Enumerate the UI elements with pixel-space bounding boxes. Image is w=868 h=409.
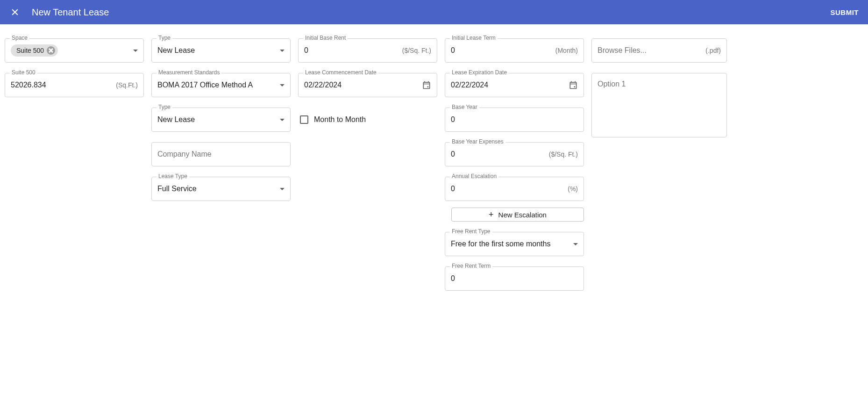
month-to-month-checkbox[interactable] bbox=[300, 115, 308, 124]
space-select[interactable]: Space Suite 500 bbox=[5, 38, 144, 63]
calendar-icon bbox=[422, 80, 431, 90]
suite-size-input[interactable]: Suite 500 52026.834 (Sq.Ft.) bbox=[5, 73, 144, 97]
column-4: Initial Lease Term 0 (Month) Lease Expir… bbox=[445, 38, 584, 291]
column-5: Browse Files... (.pdf) Option 1 bbox=[591, 38, 727, 291]
field-value: 52026.834 bbox=[11, 81, 112, 89]
field-value: New Lease bbox=[157, 115, 276, 124]
chevron-down-icon bbox=[573, 243, 578, 245]
initial-lease-term-input[interactable]: Initial Lease Term 0 (Month) bbox=[445, 38, 584, 63]
type-select-2[interactable]: Type New Lease bbox=[151, 108, 291, 132]
column-1: Space Suite 500 Suite 500 52026.834 (Sq.… bbox=[5, 38, 144, 291]
column-3: Initial Base Rent 0 ($/Sq. Ft.) Lease Co… bbox=[298, 38, 437, 291]
button-label: New Escalation bbox=[498, 211, 547, 219]
checkbox-label: Month to Month bbox=[314, 115, 366, 124]
submit-button[interactable]: SUBMIT bbox=[831, 8, 859, 16]
field-value: Free for the first some months bbox=[451, 240, 569, 248]
new-escalation-button[interactable]: + New Escalation bbox=[451, 208, 584, 222]
field-value: 02/22/2024 bbox=[304, 81, 422, 89]
field-value: 0 bbox=[304, 46, 398, 55]
chevron-down-icon bbox=[280, 188, 285, 190]
field-suffix: ($/Sq. Ft.) bbox=[402, 47, 431, 54]
field-value: 0 bbox=[451, 115, 578, 124]
field-value: 0 bbox=[451, 46, 552, 55]
field-suffix: (%) bbox=[568, 185, 578, 193]
browse-files-button[interactable]: Browse Files... (.pdf) bbox=[591, 38, 727, 63]
header-bar: New Tenant Lease SUBMIT bbox=[0, 0, 868, 24]
initial-base-rent-input[interactable]: Initial Base Rent 0 ($/Sq. Ft.) bbox=[298, 38, 437, 63]
chevron-down-icon bbox=[280, 119, 285, 121]
field-value: 0 bbox=[451, 150, 545, 158]
field-label: Type bbox=[157, 35, 172, 41]
browse-label: Browse Files... bbox=[598, 46, 702, 55]
free-rent-type-select[interactable]: Free Rent Type Free for the first some m… bbox=[445, 232, 584, 256]
escalation-group: Annual Escalation 0 (%) + New Escalation bbox=[445, 177, 584, 222]
chevron-down-icon bbox=[280, 84, 285, 86]
field-label: Free Rent Type bbox=[450, 228, 492, 235]
field-label: Initial Lease Term bbox=[450, 35, 498, 41]
field-value: 0 bbox=[451, 185, 564, 193]
option-textarea[interactable]: Option 1 bbox=[591, 73, 727, 137]
field-label: Initial Base Rent bbox=[303, 35, 348, 41]
field-label: Suite 500 bbox=[10, 69, 37, 76]
field-value: New Lease bbox=[157, 46, 276, 55]
chip-wrap: Suite 500 bbox=[11, 44, 129, 57]
field-label: Lease Commencement Date bbox=[303, 69, 378, 76]
measurement-standards-select[interactable]: Measurement Standards BOMA 2017 Office M… bbox=[151, 73, 291, 97]
calendar-icon bbox=[569, 80, 578, 90]
chip-label: Suite 500 bbox=[16, 47, 44, 54]
month-to-month-checkbox-row: Month to Month bbox=[298, 108, 437, 132]
field-value: 0 bbox=[451, 274, 578, 283]
chevron-down-icon bbox=[280, 50, 285, 52]
base-year-expenses-input[interactable]: Base Year Expenses 0 ($/Sq. Ft.) bbox=[445, 142, 584, 166]
type-select-1[interactable]: Type New Lease bbox=[151, 38, 291, 63]
field-suffix: (.pdf) bbox=[705, 47, 721, 54]
close-icon bbox=[10, 7, 20, 17]
lease-expiration-date-input[interactable]: Lease Expiration Date 02/22/2024 bbox=[445, 73, 584, 97]
field-value: BOMA 2017 Office Method A bbox=[157, 81, 276, 89]
company-name-input[interactable]: Company Name bbox=[151, 142, 291, 166]
option-placeholder: Option 1 bbox=[598, 80, 626, 88]
field-label: Annual Escalation bbox=[450, 173, 498, 179]
field-value: Full Service bbox=[157, 185, 276, 193]
field-suffix: ($/Sq. Ft.) bbox=[549, 151, 578, 158]
field-label: Type bbox=[157, 104, 172, 110]
calendar-button[interactable] bbox=[569, 80, 578, 90]
field-label: Lease Type bbox=[157, 173, 189, 179]
field-label: Free Rent Term bbox=[450, 263, 492, 269]
page-title: New Tenant Lease bbox=[32, 7, 109, 18]
space-chip: Suite 500 bbox=[11, 44, 58, 57]
lease-commencement-date-input[interactable]: Lease Commencement Date 02/22/2024 bbox=[298, 73, 437, 97]
calendar-button[interactable] bbox=[422, 80, 431, 90]
field-label: Base Year bbox=[450, 104, 479, 110]
field-suffix: (Month) bbox=[555, 47, 578, 54]
field-placeholder: Company Name bbox=[157, 150, 285, 158]
header-left: New Tenant Lease bbox=[9, 7, 109, 18]
close-icon bbox=[49, 48, 53, 53]
chevron-down-icon bbox=[133, 50, 138, 52]
field-label: Space bbox=[10, 35, 29, 41]
field-suffix: (Sq.Ft.) bbox=[116, 81, 138, 89]
field-value: 02/22/2024 bbox=[451, 81, 569, 89]
lease-type-select[interactable]: Lease Type Full Service bbox=[151, 177, 291, 201]
column-2: Type New Lease Measurement Standards BOM… bbox=[151, 38, 291, 291]
field-label: Base Year Expenses bbox=[450, 138, 505, 145]
plus-icon: + bbox=[489, 210, 494, 219]
base-year-input[interactable]: Base Year 0 bbox=[445, 108, 584, 132]
annual-escalation-input[interactable]: Annual Escalation 0 (%) bbox=[445, 177, 584, 201]
form-area: Space Suite 500 Suite 500 52026.834 (Sq.… bbox=[0, 24, 868, 305]
field-label: Measurement Standards bbox=[157, 69, 221, 76]
field-label: Lease Expiration Date bbox=[450, 69, 509, 76]
chip-remove-button[interactable] bbox=[47, 46, 55, 55]
close-button[interactable] bbox=[9, 7, 21, 18]
free-rent-term-input[interactable]: Free Rent Term 0 bbox=[445, 266, 584, 291]
